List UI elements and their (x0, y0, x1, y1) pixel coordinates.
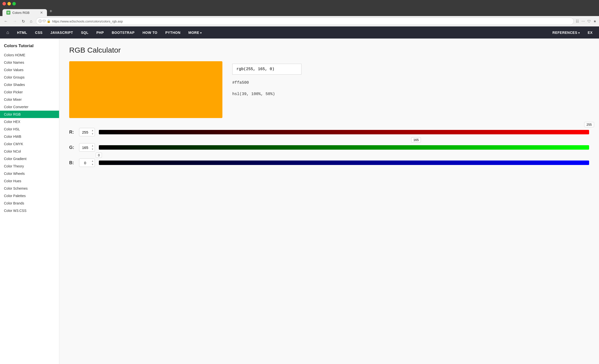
sidebar-item-color-cmyk[interactable]: Color CMYK (0, 140, 59, 148)
traffic-lights (2, 2, 597, 5)
red-down-button[interactable]: ▼ (91, 132, 94, 136)
nav-bootstrap[interactable]: BOOTSTRAP (108, 27, 138, 38)
color-info-panel: rgb(255, 165, 0) #ffa500 hsl(39, 100%, 5… (232, 61, 301, 97)
page-title: RGB Calculator (69, 46, 589, 54)
nav-home-icon[interactable]: ⌂ (2, 26, 13, 39)
sidebar-item-color-wheels[interactable]: Color Wheels (0, 170, 59, 177)
sidebar: Colors Tutorial Colors HOME Color Names … (0, 39, 59, 364)
browser-tabs: W Colors RGB ✕ + (2, 7, 597, 16)
blue-slider-tooltip: 0 (96, 153, 102, 158)
main-layout: Colors Tutorial Colors HOME Color Names … (0, 39, 599, 364)
fullscreen-window-button[interactable] (12, 2, 16, 5)
color-rgb-value: rgb(255, 165, 0) (236, 67, 275, 71)
sidebar-item-color-theory[interactable]: Color Theory (0, 162, 59, 170)
shield-icon[interactable]: 🛡 (587, 19, 591, 23)
color-hsl-value: hsl(39, 100%, 50%) (232, 91, 301, 97)
sidebar-item-color-mixer[interactable]: Color Mixer (0, 96, 59, 103)
site-nav: ⌂ HTML CSS JAVASCRIPT SQL PHP BOOTSTRAP … (0, 26, 599, 39)
nav-howto[interactable]: HOW TO (139, 27, 161, 38)
sidebar-item-colors-home[interactable]: Colors HOME (0, 51, 59, 59)
forward-button[interactable]: → (11, 19, 18, 24)
green-slider-container[interactable]: 165 (99, 145, 589, 150)
sidebar-title: Colors Tutorial (0, 42, 59, 51)
red-number-input[interactable]: ▲ ▼ (79, 128, 95, 136)
tab-close-button[interactable]: ✕ (40, 11, 43, 15)
blue-label: B: (69, 160, 79, 165)
sidebar-item-color-rgb[interactable]: Color RGB (0, 111, 59, 118)
red-slider-tooltip: 255 (584, 122, 594, 127)
tab-favicon: W (6, 11, 10, 15)
sidebar-item-color-w3css[interactable]: Color W3.CSS (0, 207, 59, 214)
sidebar-item-color-picker[interactable]: Color Picker (0, 88, 59, 96)
blue-down-button[interactable]: ▼ (91, 163, 94, 166)
red-slider-container[interactable]: 255 (99, 129, 589, 135)
sidebar-item-color-converter[interactable]: Color Converter (0, 103, 59, 111)
sidebar-item-color-groups[interactable]: Color Groups (0, 74, 59, 81)
blue-up-button[interactable]: ▲ (91, 159, 94, 163)
sidebar-item-color-values[interactable]: Color Values (0, 66, 59, 74)
color-hex-value: #ffa500 (232, 80, 301, 86)
sidebar-item-color-hues[interactable]: Color Hues (0, 177, 59, 185)
green-slider-track[interactable] (99, 145, 589, 150)
green-up-button[interactable]: ▲ (91, 144, 94, 147)
bookmark-icon[interactable]: ★ (593, 19, 597, 23)
sidebar-item-color-hex[interactable]: Color HEX (0, 118, 59, 125)
minimize-window-button[interactable] (7, 2, 11, 5)
nav-sql[interactable]: SQL (77, 27, 92, 38)
sidebar-item-color-ncol[interactable]: Color NCol (0, 148, 59, 155)
nav-exercises[interactable]: EX (584, 27, 597, 38)
green-slider-row: G: ▲ ▼ 165 (69, 143, 589, 152)
sidebar-item-color-schemes[interactable]: Color Schemes (0, 185, 59, 192)
nav-references[interactable]: REFERENCES (549, 27, 584, 38)
address-input[interactable]: ⓘ 🛡 🔒 https://www.w3schools.com/colors/c… (36, 18, 574, 25)
nav-php[interactable]: PHP (92, 27, 108, 38)
nav-more[interactable]: MORE (184, 27, 206, 38)
green-down-button[interactable]: ▼ (91, 147, 94, 151)
sidebar-item-color-hwb[interactable]: Color HWB (0, 133, 59, 140)
close-window-button[interactable] (2, 2, 6, 5)
nav-python[interactable]: PYTHON (161, 27, 184, 38)
sidebar-item-color-gradient[interactable]: Color Gradient (0, 155, 59, 162)
tab-title: Colors RGB (12, 11, 29, 15)
red-up-button[interactable]: ▲ (91, 129, 94, 132)
color-display-row: rgb(255, 165, 0) #ffa500 hsl(39, 100%, 5… (69, 61, 589, 118)
new-tab-button[interactable]: + (47, 7, 55, 15)
nav-javascript[interactable]: JAVASCRIPT (46, 27, 77, 38)
blue-slider-track[interactable] (99, 161, 589, 165)
url-text: https://www.w3schools.com/colors/colors_… (52, 20, 123, 23)
sidebar-item-color-names[interactable]: Color Names (0, 59, 59, 66)
active-tab[interactable]: W Colors RGB ✕ (2, 9, 47, 16)
sliders-section: R: ▲ ▼ 255 G: (69, 128, 589, 167)
sidebar-item-color-hsl[interactable]: Color HSL (0, 125, 59, 133)
browser-toolbar-icons: ☷ ⋯ 🛡 ★ (576, 19, 597, 23)
nav-css[interactable]: CSS (31, 27, 46, 38)
sidebar-item-color-shades[interactable]: Color Shades (0, 81, 59, 88)
reader-view-icon[interactable]: ☷ (576, 19, 579, 23)
address-bar-row: ← → ↻ ⌂ ⓘ 🛡 🔒 https://www.w3schools.com/… (0, 16, 599, 26)
red-label: R: (69, 130, 79, 135)
red-slider-track[interactable] (99, 130, 589, 134)
blue-slider-row: B: ▲ ▼ 0 (69, 159, 589, 167)
blue-number-input[interactable]: ▲ ▼ (79, 159, 95, 167)
refresh-button[interactable]: ↻ (20, 19, 26, 24)
security-icon: ⓘ 🛡 🔒 (39, 19, 51, 23)
green-slider-tooltip: 165 (411, 137, 421, 142)
green-number-input[interactable]: ▲ ▼ (79, 143, 95, 152)
blue-slider-container[interactable]: 0 (99, 160, 589, 165)
color-rgb-box: rgb(255, 165, 0) (232, 64, 301, 75)
sidebar-item-color-palettes[interactable]: Color Palettes (0, 192, 59, 200)
browser-chrome: W Colors RGB ✕ + (0, 0, 599, 16)
back-button[interactable]: ← (2, 19, 9, 24)
more-options-icon[interactable]: ⋯ (581, 19, 585, 23)
color-preview-box (69, 61, 222, 118)
sidebar-item-color-brands[interactable]: Color Brands (0, 200, 59, 207)
home-button[interactable]: ⌂ (28, 19, 34, 24)
green-label: G: (69, 145, 79, 150)
nav-html[interactable]: HTML (13, 27, 31, 38)
main-content: RGB Calculator rgb(255, 165, 0) #ffa500 … (59, 39, 599, 364)
red-slider-row: R: ▲ ▼ 255 (69, 128, 589, 136)
